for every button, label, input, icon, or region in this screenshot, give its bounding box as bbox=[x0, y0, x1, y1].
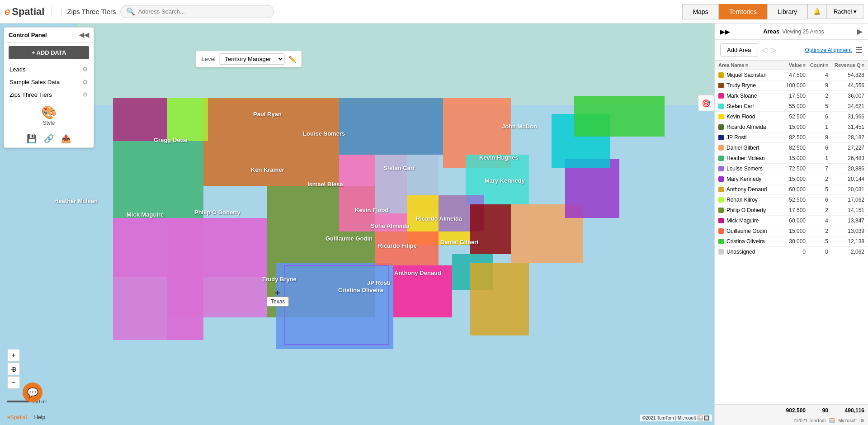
cp-collapse-button[interactable]: ◀◀ bbox=[79, 31, 89, 38]
table-row[interactable]: Mick Maguire 60,000 4 13,847 bbox=[715, 216, 868, 226]
nav-maps-button[interactable]: Maps bbox=[682, 4, 718, 19]
layer-sample-sales-label: Sample Sales Data bbox=[9, 79, 60, 85]
level-edit-icon[interactable]: ✏️ bbox=[288, 56, 296, 63]
col-revenue[interactable]: Revenue Q ≡ bbox=[828, 62, 864, 68]
texas-tooltip: Texas bbox=[267, 297, 289, 307]
table-footer: 902,500 90 490,116 bbox=[715, 404, 868, 416]
area-count: 7 bbox=[806, 165, 828, 172]
table-row[interactable]: Kevin Flood 52,500 6 31,966 bbox=[715, 112, 868, 122]
table-row[interactable]: Ronan Kilroy 52,500 6 17,062 bbox=[715, 195, 868, 205]
table-row[interactable]: Unassigned 0 0 2,062 bbox=[715, 247, 868, 257]
notification-button[interactable]: 🔔 bbox=[807, 4, 827, 19]
area-name-cell: Stefan Carr bbox=[718, 103, 774, 109]
header-right: Maps Territories Library 🔔 Rachel ▾ bbox=[682, 4, 863, 19]
areas-table[interactable]: Miguel Sacristan 47,500 4 54,828 Trudy B… bbox=[715, 70, 868, 404]
save-icon[interactable]: 💾 bbox=[27, 134, 37, 144]
col-area-name[interactable]: Area Name ≡ bbox=[718, 62, 774, 68]
table-row[interactable]: Daniel Gilbert 82,500 6 27,227 bbox=[715, 143, 868, 153]
table-row[interactable]: Heather Mclean 15,000 1 26,483 bbox=[715, 153, 868, 164]
logo[interactable]: eSpatial bbox=[5, 6, 44, 18]
ms-credits: Microsoft bbox=[838, 418, 857, 423]
table-row[interactable]: Mark Sloane 17,500 2 36,007 bbox=[715, 91, 868, 101]
nav-library-button[interactable]: Library bbox=[767, 4, 807, 19]
area-count: 9 bbox=[806, 134, 828, 141]
area-count: 0 bbox=[806, 249, 828, 255]
map-settings-icon[interactable]: ⚙ bbox=[860, 418, 864, 423]
area-value: 72,500 bbox=[774, 165, 806, 172]
table-row[interactable]: Mary Kennedy 15,000 2 20,144 bbox=[715, 174, 868, 184]
table-row[interactable]: Guillaume Godin 15,000 2 13,039 bbox=[715, 226, 868, 236]
add-data-button[interactable]: + ADD DATA bbox=[9, 46, 89, 59]
area-color-swatch bbox=[718, 83, 724, 88]
col-value[interactable]: Value ≡ bbox=[774, 62, 806, 68]
layer-zips-label: Zips Three Tiers bbox=[9, 91, 52, 98]
area-name-text: Ronan Kilroy bbox=[726, 197, 758, 203]
area-name-cell: Cristina Oliveira bbox=[718, 238, 774, 245]
optimize-alignment-link[interactable]: Optimize Alignment bbox=[805, 47, 852, 53]
table-row[interactable]: Trudy Bryne 100,000 9 44,556 bbox=[715, 80, 868, 91]
espatial-link[interactable]: eSpatial bbox=[7, 414, 27, 420]
col-area-name-filter-icon[interactable]: ≡ bbox=[745, 62, 748, 68]
rp-expand-icon[interactable]: ▶ bbox=[857, 27, 863, 36]
help-link[interactable]: Help bbox=[34, 414, 45, 420]
area-color-swatch bbox=[718, 145, 724, 151]
table-row[interactable]: Cristina Oliveira 30,000 5 12,138 bbox=[715, 236, 868, 247]
area-name-text: Daniel Gilbert bbox=[726, 145, 760, 151]
table-row[interactable]: Philip O Doherty 17,500 2 14,151 bbox=[715, 205, 868, 216]
area-value: 82,500 bbox=[774, 145, 806, 151]
area-value: 15,000 bbox=[774, 176, 806, 182]
area-revenue: 31,451 bbox=[828, 124, 864, 130]
control-panel: Control Panel ◀◀ + ADD DATA Leads ⚙ Samp… bbox=[4, 27, 94, 148]
cp-actions: 💾 🔗 📤 bbox=[4, 130, 94, 147]
area-color-swatch bbox=[718, 135, 724, 140]
area-revenue: 2,062 bbox=[828, 249, 864, 255]
area-color-swatch bbox=[718, 228, 724, 234]
area-name-cell: Mick Maguire bbox=[718, 217, 774, 224]
style-palette-icon[interactable]: 🎨 bbox=[41, 105, 57, 120]
search-bar[interactable]: 🔍 bbox=[120, 5, 274, 18]
table-row[interactable]: Anthony Denaud 60,000 5 20,031 bbox=[715, 184, 868, 195]
layer-sample-gear-icon[interactable]: ⚙ bbox=[82, 78, 88, 85]
area-color-swatch bbox=[718, 208, 724, 213]
layer-zips: Zips Three Tiers ⚙ bbox=[4, 88, 94, 101]
area-count: 6 bbox=[806, 145, 828, 151]
nav-territories-button[interactable]: Territories bbox=[719, 4, 767, 19]
level-select[interactable]: Territory Manager Regional Manager Natio… bbox=[219, 53, 285, 65]
svg-marker-7 bbox=[203, 98, 339, 186]
user-menu-button[interactable]: Rachel ▾ bbox=[827, 4, 863, 19]
zoom-in-button[interactable]: + bbox=[7, 349, 20, 362]
area-revenue: 14,151 bbox=[828, 207, 864, 213]
search-input[interactable] bbox=[138, 8, 268, 15]
area-color-swatch bbox=[718, 93, 724, 99]
compass-button[interactable]: ⊕ bbox=[7, 363, 20, 375]
svg-rect-1 bbox=[77, 24, 791, 105]
area-name-cell: Kevin Flood bbox=[718, 113, 774, 120]
share-icon[interactable]: 🔗 bbox=[44, 134, 54, 144]
area-revenue: 26,483 bbox=[828, 155, 864, 161]
layer-zips-gear-icon[interactable]: ⚙ bbox=[82, 91, 88, 98]
sort-arrow-left-icon[interactable]: ◁ bbox=[762, 46, 767, 54]
rp-collapse-button[interactable]: ▶▶ bbox=[720, 28, 730, 35]
sort-arrow-right-icon[interactable]: ▷ bbox=[771, 46, 776, 54]
add-area-button[interactable]: Add Area bbox=[720, 43, 758, 57]
area-value: 82,500 bbox=[774, 134, 806, 141]
table-row[interactable]: Louise Somers 72,500 7 20,886 bbox=[715, 164, 868, 174]
chat-button[interactable]: 💬 bbox=[23, 382, 42, 402]
zoom-out-button[interactable]: − bbox=[7, 376, 20, 389]
table-row[interactable]: Miguel Sacristan 47,500 4 54,828 bbox=[715, 70, 868, 80]
svg-marker-18 bbox=[393, 265, 452, 317]
col-revenue-filter-icon[interactable]: ≡ bbox=[862, 62, 864, 68]
area-revenue: 13,039 bbox=[828, 228, 864, 234]
area-color-swatch bbox=[718, 187, 724, 192]
table-row[interactable]: Ricardo Almeida 15,000 1 31,451 bbox=[715, 122, 868, 132]
map-title: Zips Three Tiers bbox=[61, 8, 116, 15]
export-icon[interactable]: 📤 bbox=[61, 134, 71, 144]
rp-menu-icon[interactable]: ☰ bbox=[855, 45, 863, 55]
col-count[interactable]: Count ≡ bbox=[806, 62, 828, 68]
table-row[interactable]: Stefan Carr 55,000 5 34,621 bbox=[715, 101, 868, 112]
layer-leads-gear-icon[interactable]: ⚙ bbox=[82, 66, 88, 73]
map-tools-button[interactable]: 🎯 bbox=[698, 95, 714, 111]
table-row[interactable]: JP Rosti 82,500 9 28,182 bbox=[715, 132, 868, 143]
area-count: 5 bbox=[806, 186, 828, 193]
area-count: 1 bbox=[806, 155, 828, 161]
